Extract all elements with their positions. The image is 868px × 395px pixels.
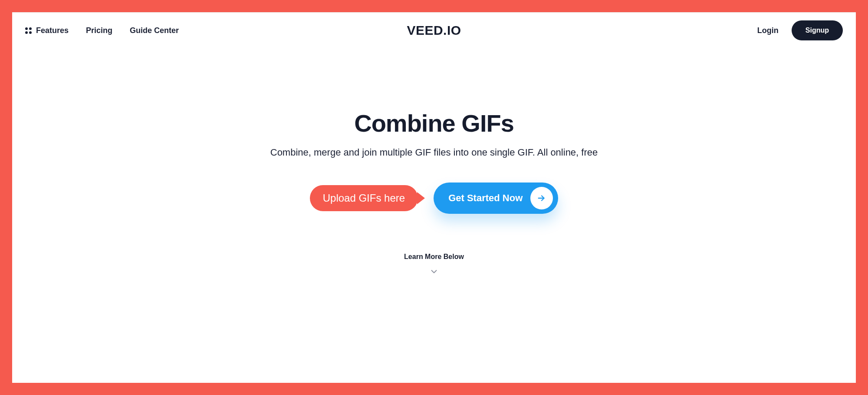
cta-row: Upload GIFs here Get Started Now <box>12 183 856 214</box>
upload-tooltip: Upload GIFs here <box>310 185 418 211</box>
chevron-down-icon <box>12 267 856 276</box>
nav-features[interactable]: Features <box>25 26 69 35</box>
nav-guide[interactable]: Guide Center <box>130 26 179 35</box>
outer-frame: Features Pricing Guide Center VEED.IO Lo… <box>0 0 868 395</box>
logo[interactable]: VEED.IO <box>407 23 461 38</box>
page: Features Pricing Guide Center VEED.IO Lo… <box>12 12 856 383</box>
page-title: Combine GIFs <box>12 109 856 137</box>
login-link[interactable]: Login <box>757 26 779 35</box>
get-started-label: Get Started Now <box>448 193 523 204</box>
nav-pricing[interactable]: Pricing <box>86 26 112 35</box>
learn-more[interactable]: Learn More Below <box>12 253 856 276</box>
nav-features-label: Features <box>36 26 69 35</box>
header: Features Pricing Guide Center VEED.IO Lo… <box>12 13 856 48</box>
nav-guide-label: Guide Center <box>130 26 179 35</box>
nav-pricing-label: Pricing <box>86 26 112 35</box>
grid-icon <box>25 27 32 34</box>
hero: Combine GIFs Combine, merge and join mul… <box>12 48 856 276</box>
nav-right: Login Signup <box>757 20 843 40</box>
signup-button[interactable]: Signup <box>792 20 843 40</box>
page-subtitle: Combine, merge and join multiple GIF fil… <box>12 147 856 158</box>
arrow-circle <box>530 187 553 209</box>
get-started-button[interactable]: Get Started Now <box>434 183 558 214</box>
learn-more-label: Learn More Below <box>12 253 856 261</box>
nav-left: Features Pricing Guide Center <box>25 26 179 35</box>
arrow-right-icon <box>537 193 546 203</box>
